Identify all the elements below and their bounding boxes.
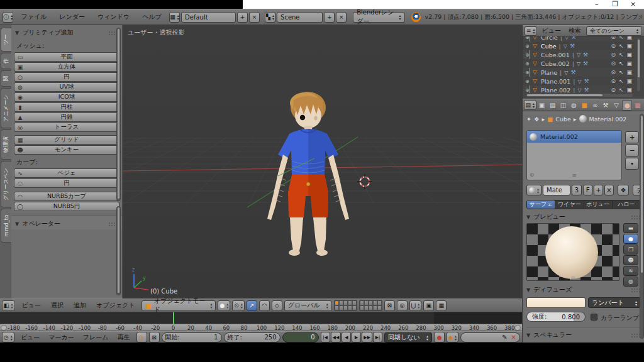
tab-animation[interactable]: アニメーシ (1, 88, 11, 128)
breadcrumb-object[interactable]: Cube (555, 116, 571, 123)
expand-icon[interactable]: ⊕ (525, 61, 533, 67)
layers-grid-1[interactable] (334, 300, 357, 311)
mode-select[interactable]: ■オブジェクトモード ▴▾ (142, 300, 216, 311)
layer-cell[interactable] (369, 300, 373, 305)
menu-item[interactable]: ビュー (16, 333, 44, 342)
layer-cell[interactable] (343, 305, 348, 310)
preview-resize-grip[interactable]: ≡ (570, 276, 575, 280)
render-properties-tab[interactable]: ▣ (537, 100, 547, 111)
object-name[interactable]: Cube.001 (541, 52, 570, 58)
viewport-shading-select[interactable]: ●▴▾ (218, 300, 230, 311)
menu-item[interactable]: フレーム (79, 333, 113, 342)
add-mesh-button[interactable]: ◎ トーラス (14, 123, 119, 132)
renderability-camera-icon[interactable]: ▣ (626, 60, 632, 67)
collapse-arrow-icon[interactable]: ▼ (15, 221, 19, 227)
layer-cell[interactable] (369, 305, 373, 310)
visibility-eye-icon[interactable]: ⊙ (611, 78, 616, 84)
layer-cell[interactable] (364, 300, 369, 305)
timeline-scroll-cap-right[interactable] (514, 325, 521, 331)
menu-item[interactable]: ウィンドウ (91, 13, 136, 21)
layer-cell[interactable] (335, 305, 339, 310)
timeline-ruler[interactable]: -180-160-140-120-100-80-60-40-2002040608… (0, 324, 522, 331)
editor-type-view3d-button[interactable]: ◧▴▾ (2, 300, 15, 311)
current-frame-field[interactable]: 0 (282, 332, 319, 343)
renderability-camera-icon[interactable]: ▣ (626, 69, 632, 75)
renderability-camera-icon[interactable]: ▣ (626, 52, 632, 58)
use-nodes-button[interactable]: ❖ (618, 185, 629, 195)
renderability-camera-icon[interactable]: ▣ (626, 78, 632, 84)
layer-cell[interactable] (352, 300, 357, 305)
slot-expand-icon[interactable]: ⊕ (530, 172, 535, 178)
object-name[interactable]: Cube.002 (541, 60, 570, 67)
material-slot-selected[interactable]: Material.002 (527, 131, 621, 143)
render-layers-properties-tab[interactable]: ▤ (548, 100, 558, 111)
texture-properties-tab[interactable]: ▦ (633, 100, 643, 111)
material-name-field[interactable]: Mate (543, 185, 570, 195)
current-frame-indicator[interactable] (173, 312, 174, 324)
playback-button[interactable]: ▶ (352, 332, 361, 343)
preview-cube-button[interactable]: ❒ (623, 244, 638, 255)
layer-cell[interactable] (377, 300, 382, 305)
layout-add-button[interactable]: + (237, 12, 248, 23)
add-mesh-button[interactable]: ▲ 円錐 (14, 112, 119, 122)
menu-item[interactable]: 追加 (69, 301, 91, 310)
layer-cell[interactable] (377, 305, 382, 310)
layer-cell[interactable] (360, 300, 364, 305)
screen-layout-icon-button[interactable]: ▦▴▾ (169, 12, 180, 23)
lock-scene-layers-button[interactable]: ⊠ (384, 300, 395, 311)
editor-type-outliner-button[interactable]: ≡▴▾ (525, 26, 537, 36)
menu-item[interactable]: レンダー (53, 13, 91, 21)
manipulator-scale-button[interactable]: ◇ (272, 300, 282, 311)
collapse-arrow-icon[interactable]: ▼ (526, 214, 530, 220)
layer-cell[interactable] (335, 300, 339, 305)
preview-sphere-button[interactable]: ● (623, 234, 638, 244)
layer-cell[interactable] (339, 300, 343, 305)
layer-cell[interactable] (373, 305, 377, 310)
menu-item[interactable]: 選択 (46, 301, 69, 310)
scene-close-button[interactable]: × (336, 12, 347, 23)
menu-item[interactable]: マーカー (44, 333, 78, 342)
object-properties-tab[interactable]: ■ (579, 100, 589, 111)
diffuse-shader-select[interactable]: ランバート▴▾ (588, 297, 641, 308)
timeline-range-inside[interactable] (0, 312, 434, 324)
modifiers-properties-tab[interactable]: ⚒ (601, 100, 611, 111)
remove-material-slot-button[interactable]: − (625, 145, 639, 156)
menu-item[interactable]: 検索 (565, 26, 585, 35)
tab-create[interactable]: 作 (1, 53, 11, 69)
add-mesh-button[interactable]: ▭ 平面 (14, 52, 119, 62)
expand-icon[interactable]: ⊕ (525, 79, 533, 84)
diffuse-color-swatch[interactable] (526, 297, 586, 308)
preview-panel-title[interactable]: プレビュー (533, 212, 565, 221)
add-primitive-panel-title[interactable]: プリミティブ追加 (22, 28, 73, 37)
visibility-eye-icon[interactable]: ⊙ (611, 60, 616, 67)
menu-item[interactable]: ヘルプ (136, 13, 168, 21)
end-frame-field[interactable]: 終了:250 (224, 332, 280, 343)
use-preview-range-button[interactable]: ◷ (136, 332, 147, 343)
screen-layout-field[interactable]: Default (181, 12, 236, 23)
opengl-render-anim-button[interactable]: ▦ (436, 300, 447, 311)
keying-set-icon-button[interactable]: ◆▴▾ (447, 332, 458, 343)
start-frame-field[interactable]: 開始:1 (162, 332, 222, 343)
playback-button[interactable]: |◀ (321, 332, 330, 343)
window-restore-button[interactable]: ❐ (612, 0, 618, 9)
editor-type-properties-button[interactable]: ▤▴▾ (524, 100, 536, 110)
playback-button[interactable]: ▶▶ (362, 332, 372, 343)
expand-icon[interactable]: ⊕ (525, 36, 533, 40)
manipulator-rotate-button[interactable]: ◠ (259, 300, 270, 311)
operator-scrollbar[interactable] (116, 206, 121, 295)
data-properties-tab[interactable]: ▽ (611, 100, 621, 111)
browse-material-button[interactable]: ▴▾ (526, 185, 541, 195)
add-curve-button[interactable]: ◠ NURBSカーブ (14, 192, 119, 201)
add-mesh-button[interactable]: ▣ 立方体 (14, 62, 119, 72)
sync-mode-select[interactable]: 同期しない▴▾ (384, 332, 432, 343)
color-ramp-checkbox[interactable] (591, 314, 597, 321)
diffuse-panel-title[interactable]: ディフューズ (533, 285, 572, 294)
snap-magnet-button[interactable]: ⋃▴▾ (409, 300, 421, 311)
expand-icon[interactable]: ⊕ (525, 70, 533, 75)
toolshelf-scrollbar[interactable] (116, 28, 121, 201)
render-engine-select[interactable]: Blenderレンダー▴▾ (353, 12, 404, 23)
unlink-material-button[interactable]: × (604, 185, 614, 195)
tab-grease-pencil[interactable]: グリースペン (1, 161, 11, 207)
timeline-range-outside[interactable] (434, 312, 522, 324)
scene-field[interactable]: Scene (277, 12, 323, 23)
